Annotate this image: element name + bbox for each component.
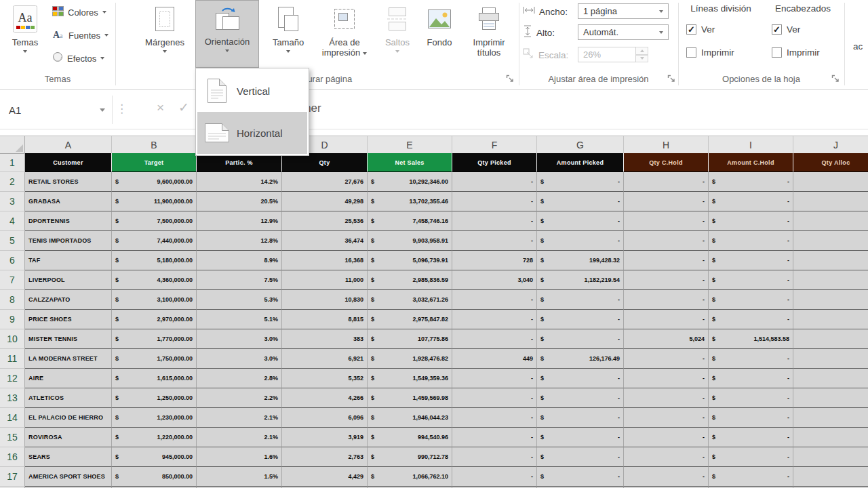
cell-qty[interactable]: 27,676 [282,172,368,192]
row-header-6[interactable]: 6 [0,251,25,270]
theme-colors-button[interactable]: Colores [49,3,110,22]
cell-target[interactable]: $7,500,000.00 [112,211,197,231]
cell-partic[interactable]: 8.9% [197,251,282,270]
row-header-13[interactable]: 13 [0,388,25,408]
cell-amount_picked[interactable]: $- [537,211,624,231]
cell-partic[interactable]: 2.8% [197,369,282,388]
checkbox-unchecked-icon[interactable] [686,47,696,58]
cell-net_sales[interactable]: $3,032,671.26 [368,290,452,310]
cell-qty_picked[interactable]: 3,040 [452,270,537,290]
column-header-E[interactable]: E [368,136,452,154]
row-header-2[interactable]: 2 [0,172,25,192]
formula-bar-resize-handle[interactable]: ⋮ [116,102,127,116]
cell-qty_alloc[interactable] [793,428,868,447]
cell-target[interactable]: $4,360,000.00 [112,270,197,290]
cell-partic[interactable]: 2.2% [197,388,282,408]
cell-qty_alloc[interactable] [793,349,868,369]
cell-partic[interactable]: 5.3% [197,290,282,310]
cell-customer[interactable]: PRICE SHOES [25,310,112,329]
cell-qty_picked[interactable]: - [452,447,537,467]
cell-amount_chold[interactable]: $- [709,290,793,310]
cell-partic[interactable]: 12.8% [197,231,282,251]
height-combo[interactable]: Automát. [578,24,669,40]
cell-qty_picked[interactable]: - [452,369,537,388]
cell-net_sales[interactable]: $13,702,355.46 [368,192,452,211]
cell-qty[interactable]: 383 [282,329,368,349]
cell-qty_chold[interactable]: - [624,369,709,388]
cell-qty[interactable]: 16,368 [282,251,368,270]
cell-net_sales[interactable]: $1,066,762.10 [368,467,452,487]
cell-customer[interactable]: CALZZAPATO [25,290,112,310]
cell-amount_picked[interactable]: $- [537,310,624,329]
cell-qty_alloc[interactable] [793,329,868,349]
cell-target[interactable]: $5,180,000.00 [112,251,197,270]
cell-amount_chold[interactable]: $- [709,467,793,487]
cell-customer[interactable]: TENIS IMPORTADOS [25,231,112,251]
headings-view-checkbox[interactable]: Ver [772,24,800,35]
cell-partic[interactable]: 5.1% [197,310,282,329]
print-area-button[interactable]: Área de impresión [313,1,376,68]
cell-amount_chold[interactable]: $- [709,211,793,231]
cell-target[interactable]: $945,000.00 [112,447,197,467]
checkbox-checked-icon[interactable] [772,24,782,35]
cell-amount_chold[interactable]: $- [709,388,793,408]
cell-qty[interactable]: 49,298 [282,192,368,211]
cell-amount_picked[interactable]: $- [537,447,624,467]
cell-qty[interactable]: 6,921 [282,349,368,369]
header-cell-E[interactable]: Net Sales [368,153,452,172]
row-header-8[interactable]: 8 [0,290,25,310]
cell-amount_chold[interactable]: $- [709,428,793,447]
print-titles-button[interactable]: Imprimir títulos [462,1,515,68]
cell-partic[interactable]: 1.5% [197,467,282,487]
cell-partic[interactable]: 20.5% [197,192,282,211]
menu-item-vertical[interactable]: Vertical [197,70,307,112]
cell-qty[interactable]: 3,919 [282,428,368,447]
column-header-F[interactable]: F [452,136,537,154]
cell-qty_picked[interactable]: - [452,388,537,408]
menu-item-horizontal[interactable]: Horizontal [197,112,307,154]
cell-net_sales[interactable]: $990,712.78 [368,447,452,467]
row-header-14[interactable]: 14 [0,408,25,428]
cell-amount_picked[interactable]: $- [537,467,624,487]
column-header-A[interactable]: A [25,136,112,154]
cell-qty[interactable]: 25,536 [282,211,368,231]
cell-customer[interactable]: LA MODERNA STREET [25,349,112,369]
row-header-17[interactable]: 17 [0,467,25,487]
cell-target[interactable]: $1,250,000.00 [112,388,197,408]
cell-qty_chold[interactable]: - [624,428,709,447]
cell-qty[interactable]: 6,096 [282,408,368,428]
cell-customer[interactable]: TAF [25,251,112,270]
cell-target[interactable]: $1,220,000.00 [112,428,197,447]
cell-net_sales[interactable]: $1,946,044.23 [368,408,452,428]
select-all-corner[interactable] [0,136,25,154]
cell-qty_alloc[interactable] [793,290,868,310]
checkbox-unchecked-icon[interactable] [772,47,782,58]
scale-spinner[interactable]: 26% [578,47,648,62]
spinner-up-icon[interactable] [636,47,648,55]
cell-amount_chold[interactable]: $- [709,192,793,211]
cell-qty[interactable]: 4,429 [282,467,368,487]
cell-qty_picked[interactable]: - [452,467,537,487]
row-header-12[interactable]: 12 [0,369,25,388]
row-header-3[interactable]: 3 [0,192,25,211]
gridlines-view-checkbox[interactable]: Ver [686,24,715,35]
cell-amount_chold[interactable]: $- [709,172,793,192]
cell-amount_chold[interactable]: $- [709,408,793,428]
cell-qty_alloc[interactable] [793,388,868,408]
cell-qty_chold[interactable]: - [624,467,709,487]
row-header-4[interactable]: 4 [0,211,25,231]
header-cell-F[interactable]: Qty Picked [452,153,537,172]
cell-qty_chold[interactable]: - [624,447,709,467]
cell-qty_alloc[interactable] [793,369,868,388]
cell-target[interactable]: $1,750,000.00 [112,349,197,369]
cell-qty_chold[interactable]: - [624,270,709,290]
checkbox-checked-icon[interactable] [686,24,696,35]
cell-qty_alloc[interactable] [793,251,868,270]
row-header-16[interactable]: 16 [0,447,25,467]
cell-qty[interactable]: 10,830 [282,290,368,310]
cell-target[interactable]: $1,615,000.00 [112,369,197,388]
cell-amount_picked[interactable]: $- [537,388,624,408]
cell-customer[interactable]: LIVERPOOL [25,270,112,290]
cell-amount_picked[interactable]: $- [537,231,624,251]
cell-customer[interactable]: ATLETICOS [25,388,112,408]
